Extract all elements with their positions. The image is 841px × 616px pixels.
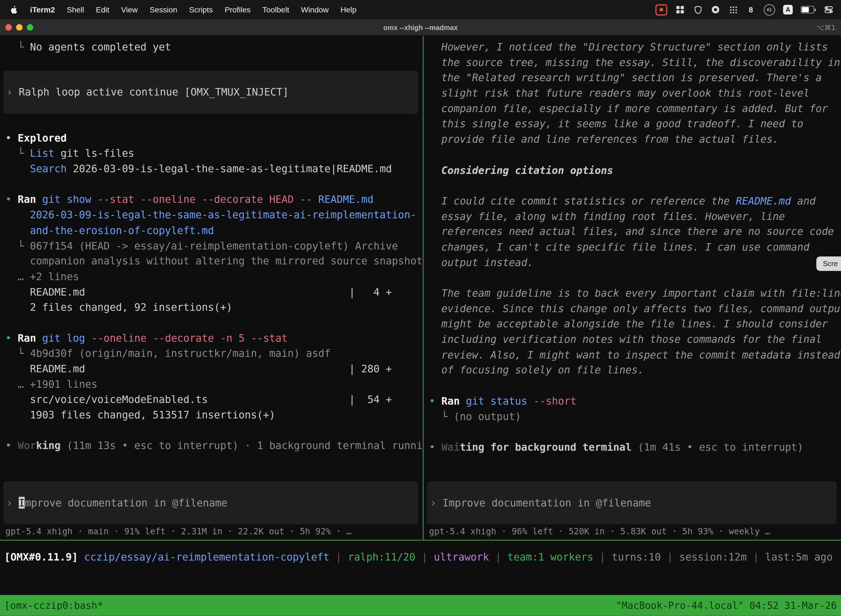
- text-segment: └: [5, 347, 30, 359]
- terminal-line: changes, I can't cite specific file line…: [429, 239, 841, 255]
- terminal-line: The team guideline is to back every impo…: [429, 285, 841, 301]
- text-segment: turns:10: [612, 551, 661, 563]
- omx-status-line: [OMX#0.11.9] cczip/essay/ai-reimplementa…: [4, 550, 841, 565]
- text-segment: •: [5, 132, 18, 144]
- menu-item-app[interactable]: iTerm2: [30, 5, 55, 14]
- dots-grid-icon[interactable]: [728, 4, 738, 15]
- text-segment: README.md: [736, 195, 791, 207]
- menu-item-edit[interactable]: Edit: [96, 5, 109, 14]
- terminal-line: • Ran git show --stat --oneline --decora…: [5, 192, 422, 207]
- text-segment: and: [791, 195, 816, 207]
- record-stop-glyph: [660, 8, 663, 11]
- control-center-icon[interactable]: [824, 4, 834, 15]
- text-segment: companion file, especially if more comme…: [429, 103, 828, 114]
- traffic-lights: [0, 24, 34, 30]
- text-segment: of focusing solely on file lines.: [429, 364, 644, 376]
- battery-fill: [802, 7, 809, 12]
- text-segment: •: [5, 194, 18, 205]
- terminal-line: output instead.: [429, 255, 841, 270]
- text-segment: --short: [533, 395, 576, 406]
- right-terminal-pane[interactable]: However, I noticed the "Directory Struct…: [424, 36, 841, 540]
- text-segment: └: [5, 147, 30, 159]
- terminal-line: the "Related research writing" section i…: [429, 70, 841, 85]
- text-segment: The team guideline is to back every impo…: [429, 287, 841, 299]
- menu-item-scripts[interactable]: Scripts: [189, 5, 213, 14]
- terminal-line: • Working (11m 13s • esc to interrupt) ·…: [5, 438, 422, 453]
- text-segment: ultrawork: [434, 551, 489, 563]
- menu-item-view[interactable]: View: [121, 5, 138, 14]
- text-segment: Explored: [18, 132, 67, 144]
- terminal-line: 2026-03-09-is-legal-the-same-as-legitima…: [5, 207, 422, 223]
- text-segment: this single essay, it seems like a good …: [429, 118, 803, 130]
- zoom-button[interactable]: [27, 24, 33, 30]
- menu-item-session[interactable]: Session: [149, 5, 177, 14]
- text-segment: (1m 41s • esc to interrupt): [631, 441, 803, 453]
- battery-percent-icon[interactable]: 61: [764, 4, 775, 15]
- text-segment: the source tree, missing the essay. Stil…: [429, 56, 840, 68]
- minimize-button[interactable]: [16, 24, 22, 30]
- terminal-line: [429, 424, 841, 439]
- left-terminal-pane[interactable]: └ No agents completed yet › Ralph loop a…: [0, 36, 423, 540]
- text-segment: might be acceptable alongside the file l…: [429, 318, 828, 330]
- window-grid-icon[interactable]: [675, 4, 685, 15]
- terminal-line: companion analysis without altering the …: [5, 253, 422, 269]
- text-segment: 067f154 (HEAD -> essay/ai-reimplementati…: [30, 239, 398, 251]
- number-8-icon[interactable]: 8: [746, 4, 756, 15]
- text-segment: (no output): [454, 410, 521, 422]
- text-segment: essay file, along with finding root file…: [429, 210, 785, 222]
- left-agent-log: • Explored └ List git ls-files Search 20…: [5, 130, 422, 453]
- terminal-line: of focusing solely on file lines.: [429, 362, 841, 378]
- text-segment: team:1 workers: [507, 551, 593, 563]
- text-segment: |: [489, 551, 507, 563]
- text-segment: README.md: [318, 194, 374, 205]
- close-button[interactable]: [5, 24, 12, 30]
- tmux-status-bar: [omx-cczip0:bash* "MacBook-Pro-44.local"…: [0, 595, 841, 616]
- terminal-line: and-the-erosion-of-copyleft.md: [5, 223, 422, 238]
- screen-recording-indicator[interactable]: [655, 4, 667, 15]
- menu-item-toolbelt[interactable]: Toolbelt: [262, 5, 289, 14]
- text-segment: git ls-files: [54, 147, 134, 159]
- text-segment: gpt-5.4 xhigh · main · 91% left · 2.31M …: [5, 526, 352, 537]
- terminal-line: └ (no output): [429, 408, 841, 424]
- right-prompt-text: › Improve documentation in @filename: [430, 495, 651, 510]
- terminal-line: essay file, along with finding root file…: [429, 208, 841, 224]
- text-segment: src/voice/voiceModeEnabled.ts | 54 +: [5, 393, 392, 405]
- terminal-line: └ 067f154 (HEAD -> essay/ai-reimplementa…: [5, 238, 422, 253]
- text-segment: Ran: [18, 194, 42, 205]
- window-title-bar[interactable]: omx --xhigh --madmax ⌥⌘1: [0, 19, 841, 36]
- circle-icon[interactable]: [711, 4, 721, 15]
- terminal-line: … +2 lines: [5, 269, 422, 284]
- terminal-line: I could cite commit statistics or refere…: [429, 193, 841, 209]
- text-segment: cczip/essay/ai-reimplementation-copyleft: [84, 551, 330, 563]
- text-segment: |: [593, 551, 612, 563]
- terminal-line: └ List git ls-files: [5, 146, 422, 161]
- apple-logo-icon[interactable]: [9, 4, 18, 15]
- right-prompt-input[interactable]: › Improve documentation in @filename: [427, 481, 837, 524]
- text-segment: List: [30, 147, 54, 159]
- right-bottom-group: › Improve documentation in @filename gpt…: [429, 481, 841, 537]
- menu-item-shell[interactable]: Shell: [67, 5, 84, 14]
- text-segment: Wai: [441, 441, 460, 453]
- text-segment: README.md | 280 +: [5, 363, 392, 374]
- text-segment: Ralph loop active continue [OMX_TMUX_INJ…: [19, 86, 289, 98]
- tmux-panes: └ No agents completed yet › Ralph loop a…: [0, 36, 841, 540]
- text-segment: └: [5, 41, 30, 53]
- battery-icon[interactable]: [801, 4, 816, 15]
- menu-item-window[interactable]: Window: [301, 5, 329, 14]
- input-source-icon[interactable]: A: [783, 5, 793, 14]
- text-segment: •: [429, 441, 441, 453]
- terminal-line: the source tree, missing the essay. Stil…: [429, 55, 841, 70]
- menu-item-help[interactable]: Help: [340, 5, 356, 14]
- shield-icon[interactable]: [693, 4, 703, 15]
- menu-item-profiles[interactable]: Profiles: [224, 5, 251, 14]
- screen-sharing-button[interactable]: Scre: [816, 257, 841, 271]
- terminal-line: [429, 378, 841, 393]
- terminal-line: [5, 176, 422, 192]
- left-prompt-input[interactable]: › Improve documentation in @filename: [3, 481, 419, 524]
- text-segment: •: [5, 332, 18, 344]
- terminal-line: … +1901 lines: [5, 377, 422, 392]
- text-segment: including verification notes with those …: [429, 333, 822, 345]
- text-segment: mprove documentation in @filename: [25, 497, 227, 508]
- terminal-line: └ No agents completed yet: [5, 39, 422, 55]
- text-segment: |: [415, 551, 434, 563]
